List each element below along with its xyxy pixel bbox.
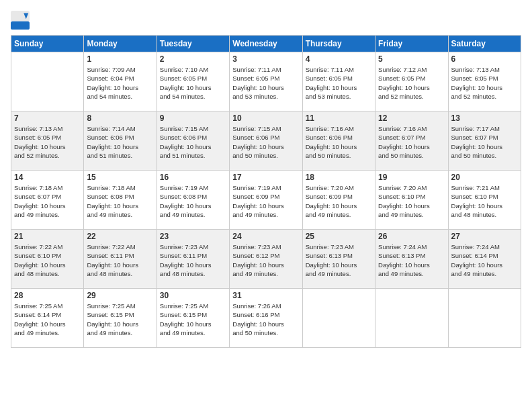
day-info: Sunrise: 7:17 AM Sunset: 6:07 PM Dayligh… bbox=[451, 124, 518, 160]
day-number: 4 bbox=[306, 54, 372, 64]
calendar-day-cell: 12Sunrise: 7:16 AM Sunset: 6:07 PM Dayli… bbox=[375, 111, 448, 171]
day-info: Sunrise: 7:20 AM Sunset: 6:10 PM Dayligh… bbox=[378, 183, 445, 219]
day-info: Sunrise: 7:25 AM Sunset: 6:14 PM Dayligh… bbox=[14, 302, 81, 337]
day-info: Sunrise: 7:16 AM Sunset: 6:07 PM Dayligh… bbox=[378, 124, 445, 160]
day-number: 20 bbox=[451, 173, 518, 182]
day-info: Sunrise: 7:16 AM Sunset: 6:06 PM Dayligh… bbox=[306, 124, 372, 160]
calendar-day-cell: 11Sunrise: 7:16 AM Sunset: 6:06 PM Dayli… bbox=[302, 111, 375, 171]
day-number: 27 bbox=[451, 232, 518, 241]
calendar-day-cell bbox=[11, 52, 84, 111]
day-number: 22 bbox=[87, 232, 153, 241]
calendar-day-cell: 1Sunrise: 7:09 AM Sunset: 6:04 PM Daylig… bbox=[84, 52, 157, 111]
calendar-day-cell bbox=[302, 289, 375, 348]
day-number: 19 bbox=[378, 173, 445, 182]
calendar-day-cell bbox=[375, 289, 448, 348]
calendar-day-cell: 30Sunrise: 7:25 AM Sunset: 6:15 PM Dayli… bbox=[157, 289, 229, 348]
calendar-day-cell: 10Sunrise: 7:15 AM Sunset: 6:06 PM Dayli… bbox=[230, 111, 302, 171]
day-number: 14 bbox=[14, 173, 81, 182]
day-info: Sunrise: 7:23 AM Sunset: 6:13 PM Dayligh… bbox=[306, 242, 372, 278]
day-number: 21 bbox=[14, 232, 81, 241]
calendar-day-cell: 15Sunrise: 7:18 AM Sunset: 6:08 PM Dayli… bbox=[84, 171, 157, 230]
day-number: 28 bbox=[14, 291, 81, 300]
day-info: Sunrise: 7:19 AM Sunset: 6:09 PM Dayligh… bbox=[232, 183, 299, 219]
day-number: 3 bbox=[232, 54, 299, 64]
day-number: 29 bbox=[87, 291, 153, 300]
calendar-day-cell: 6Sunrise: 7:13 AM Sunset: 6:05 PM Daylig… bbox=[448, 52, 521, 111]
calendar-day-cell: 19Sunrise: 7:20 AM Sunset: 6:10 PM Dayli… bbox=[375, 171, 448, 230]
calendar-table: SundayMondayTuesdayWednesdayThursdayFrid… bbox=[11, 35, 521, 348]
day-number: 8 bbox=[87, 113, 153, 123]
calendar-day-cell: 14Sunrise: 7:18 AM Sunset: 6:07 PM Dayli… bbox=[11, 171, 84, 230]
weekday-header-wednesday: Wednesday bbox=[230, 36, 302, 52]
day-info: Sunrise: 7:13 AM Sunset: 6:05 PM Dayligh… bbox=[451, 65, 518, 101]
calendar-day-cell: 31Sunrise: 7:26 AM Sunset: 6:16 PM Dayli… bbox=[230, 289, 302, 348]
day-info: Sunrise: 7:09 AM Sunset: 6:04 PM Dayligh… bbox=[87, 65, 153, 101]
calendar-day-cell: 23Sunrise: 7:23 AM Sunset: 6:11 PM Dayli… bbox=[157, 230, 229, 289]
calendar-container: SundayMondayTuesdayWednesdayThursdayFrid… bbox=[0, 0, 532, 411]
calendar-day-cell: 16Sunrise: 7:19 AM Sunset: 6:08 PM Dayli… bbox=[157, 171, 229, 230]
calendar-week-row: 21Sunrise: 7:22 AM Sunset: 6:10 PM Dayli… bbox=[11, 230, 521, 289]
day-info: Sunrise: 7:11 AM Sunset: 6:05 PM Dayligh… bbox=[232, 65, 299, 101]
day-info: Sunrise: 7:23 AM Sunset: 6:12 PM Dayligh… bbox=[232, 242, 299, 278]
day-info: Sunrise: 7:21 AM Sunset: 6:10 PM Dayligh… bbox=[451, 183, 518, 219]
day-info: Sunrise: 7:14 AM Sunset: 6:06 PM Dayligh… bbox=[87, 124, 153, 160]
weekday-header-friday: Friday bbox=[375, 36, 448, 52]
day-number: 7 bbox=[14, 113, 81, 123]
day-number: 17 bbox=[232, 173, 299, 182]
day-number: 16 bbox=[160, 173, 226, 182]
calendar-day-cell: 17Sunrise: 7:19 AM Sunset: 6:09 PM Dayli… bbox=[230, 171, 302, 230]
day-number: 5 bbox=[378, 54, 445, 64]
day-info: Sunrise: 7:19 AM Sunset: 6:08 PM Dayligh… bbox=[160, 183, 226, 219]
day-info: Sunrise: 7:15 AM Sunset: 6:06 PM Dayligh… bbox=[160, 124, 226, 160]
day-info: Sunrise: 7:13 AM Sunset: 6:05 PM Dayligh… bbox=[14, 124, 81, 160]
day-number: 12 bbox=[378, 113, 445, 123]
day-info: Sunrise: 7:20 AM Sunset: 6:09 PM Dayligh… bbox=[306, 183, 372, 219]
day-number: 2 bbox=[160, 54, 226, 64]
calendar-day-cell: 5Sunrise: 7:12 AM Sunset: 6:05 PM Daylig… bbox=[375, 52, 448, 111]
weekday-header-tuesday: Tuesday bbox=[157, 36, 229, 52]
calendar-day-cell: 4Sunrise: 7:11 AM Sunset: 6:05 PM Daylig… bbox=[302, 52, 375, 111]
day-number: 30 bbox=[160, 291, 226, 300]
calendar-day-cell: 2Sunrise: 7:10 AM Sunset: 6:05 PM Daylig… bbox=[157, 52, 229, 111]
day-info: Sunrise: 7:18 AM Sunset: 6:07 PM Dayligh… bbox=[14, 183, 81, 219]
day-info: Sunrise: 7:12 AM Sunset: 6:05 PM Dayligh… bbox=[378, 65, 445, 101]
day-number: 18 bbox=[306, 173, 372, 182]
calendar-day-cell bbox=[448, 289, 521, 348]
day-info: Sunrise: 7:10 AM Sunset: 6:05 PM Dayligh… bbox=[160, 65, 226, 101]
calendar-day-cell: 8Sunrise: 7:14 AM Sunset: 6:06 PM Daylig… bbox=[84, 111, 157, 171]
logo-icon bbox=[11, 11, 30, 30]
day-info: Sunrise: 7:24 AM Sunset: 6:13 PM Dayligh… bbox=[378, 242, 445, 278]
weekday-header-monday: Monday bbox=[84, 36, 157, 52]
day-info: Sunrise: 7:11 AM Sunset: 6:05 PM Dayligh… bbox=[306, 65, 372, 101]
calendar-day-cell: 24Sunrise: 7:23 AM Sunset: 6:12 PM Dayli… bbox=[230, 230, 302, 289]
day-info: Sunrise: 7:25 AM Sunset: 6:15 PM Dayligh… bbox=[87, 302, 153, 337]
calendar-day-cell: 27Sunrise: 7:24 AM Sunset: 6:14 PM Dayli… bbox=[448, 230, 521, 289]
calendar-week-row: 14Sunrise: 7:18 AM Sunset: 6:07 PM Dayli… bbox=[11, 171, 521, 230]
weekday-header-thursday: Thursday bbox=[302, 36, 375, 52]
day-number: 24 bbox=[232, 232, 299, 241]
calendar-day-cell: 22Sunrise: 7:22 AM Sunset: 6:11 PM Dayli… bbox=[84, 230, 157, 289]
calendar-day-cell: 25Sunrise: 7:23 AM Sunset: 6:13 PM Dayli… bbox=[302, 230, 375, 289]
calendar-day-cell: 28Sunrise: 7:25 AM Sunset: 6:14 PM Dayli… bbox=[11, 289, 84, 348]
day-info: Sunrise: 7:24 AM Sunset: 6:14 PM Dayligh… bbox=[451, 242, 518, 278]
day-number: 23 bbox=[160, 232, 226, 241]
day-number: 31 bbox=[232, 291, 299, 300]
calendar-day-cell: 21Sunrise: 7:22 AM Sunset: 6:10 PM Dayli… bbox=[11, 230, 84, 289]
calendar-day-cell: 3Sunrise: 7:11 AM Sunset: 6:05 PM Daylig… bbox=[230, 52, 302, 111]
day-number: 25 bbox=[306, 232, 372, 241]
day-number: 13 bbox=[451, 113, 518, 123]
weekday-header-row: SundayMondayTuesdayWednesdayThursdayFrid… bbox=[11, 36, 521, 52]
svg-rect-1 bbox=[11, 21, 30, 30]
day-number: 15 bbox=[87, 173, 153, 182]
calendar-day-cell: 9Sunrise: 7:15 AM Sunset: 6:06 PM Daylig… bbox=[157, 111, 229, 171]
day-number: 11 bbox=[306, 113, 372, 123]
weekday-header-saturday: Saturday bbox=[448, 36, 521, 52]
header bbox=[11, 11, 521, 30]
day-number: 26 bbox=[378, 232, 445, 241]
day-info: Sunrise: 7:26 AM Sunset: 6:16 PM Dayligh… bbox=[232, 302, 299, 337]
day-number: 10 bbox=[232, 113, 299, 123]
day-info: Sunrise: 7:15 AM Sunset: 6:06 PM Dayligh… bbox=[232, 124, 299, 160]
calendar-day-cell: 26Sunrise: 7:24 AM Sunset: 6:13 PM Dayli… bbox=[375, 230, 448, 289]
day-info: Sunrise: 7:23 AM Sunset: 6:11 PM Dayligh… bbox=[160, 242, 226, 278]
day-info: Sunrise: 7:22 AM Sunset: 6:11 PM Dayligh… bbox=[87, 242, 153, 278]
